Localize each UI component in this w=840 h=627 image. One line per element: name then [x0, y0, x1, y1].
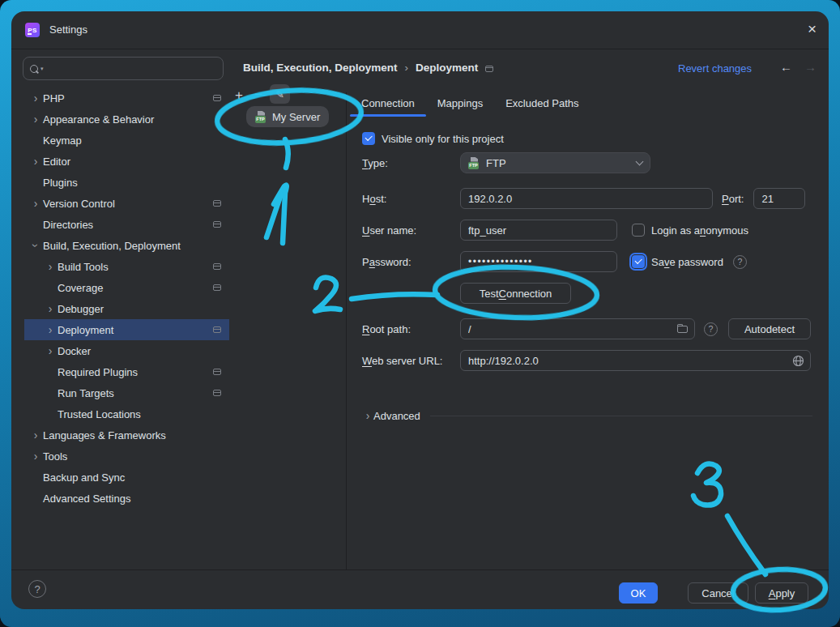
- cancel-button[interactable]: Cancel: [688, 582, 748, 604]
- chevron-right-icon[interactable]: ›: [28, 113, 43, 125]
- sidebar-item-label: Debugger: [58, 303, 104, 315]
- settings-dialog: PS Settings × ▾ ›PHP›Appearance & Behavi…: [11, 11, 829, 609]
- sidebar-item-label: Trusted Locations: [58, 408, 141, 420]
- sidebar-item-languages-frameworks[interactable]: ›Languages & Frameworks: [24, 424, 229, 446]
- sidebar-item-version-control[interactable]: ›Version Control: [24, 193, 229, 214]
- chevron-right-icon[interactable]: ›: [28, 429, 43, 441]
- sidebar-item-coverage[interactable]: ›Coverage: [24, 277, 229, 298]
- advanced-divider: [430, 416, 812, 416]
- sidebar-item-php[interactable]: ›PHP: [24, 87, 229, 109]
- server-list-item-my-server[interactable]: FTP My Server: [246, 106, 329, 127]
- sidebar-item-backup-and-sync[interactable]: ›Backup and Sync: [24, 467, 229, 488]
- port-input[interactable]: [753, 188, 805, 209]
- anonymous-label: Login as anonymous: [651, 224, 748, 237]
- chevron-right-icon[interactable]: ›: [28, 92, 43, 104]
- search-input[interactable]: [48, 62, 216, 75]
- tab-mappings[interactable]: Mappings: [426, 89, 494, 117]
- chevron-right-icon[interactable]: ›: [43, 345, 58, 356]
- pencil-icon: ✎: [275, 88, 284, 100]
- sidebar-item-label: Run Targets: [58, 387, 114, 399]
- back-arrow-icon[interactable]: ←: [780, 60, 792, 74]
- chevron-right-icon[interactable]: ›: [43, 324, 58, 335]
- sidebar-item-tools[interactable]: ›Tools: [24, 446, 229, 467]
- tab-connection[interactable]: Connection: [350, 89, 426, 117]
- sidebar-item-required-plugins[interactable]: ›Required Plugins: [24, 361, 229, 382]
- anonymous-checkbox[interactable]: [632, 224, 645, 237]
- apply-button[interactable]: Apply: [755, 582, 808, 604]
- host-input[interactable]: [460, 188, 713, 209]
- project-settings-marker-icon: [213, 284, 221, 291]
- desktop-background: PS Settings × ▾ ›PHP›Appearance & Behavi…: [0, 0, 840, 627]
- user-name-input[interactable]: [460, 220, 617, 241]
- sidebar-item-label: Editor: [43, 156, 70, 168]
- globe-icon[interactable]: [792, 355, 804, 369]
- chevron-right-icon: ›: [362, 410, 373, 421]
- save-password-help-icon[interactable]: ?: [733, 255, 747, 269]
- advanced-section-toggle[interactable]: › Advanced: [362, 405, 812, 426]
- sidebar-item-advanced-settings[interactable]: ›Advanced Settings: [24, 488, 229, 509]
- sidebar-item-editor[interactable]: ›Editor: [24, 151, 229, 172]
- port-label: Port:: [722, 193, 744, 205]
- password-input[interactable]: [460, 251, 617, 272]
- chevron-right-icon[interactable]: ›: [28, 156, 43, 167]
- sidebar-item-build-tools[interactable]: ›Build Tools: [24, 256, 229, 277]
- host-row: Host: Port:: [362, 188, 812, 209]
- chevron-down-icon: [636, 158, 644, 166]
- revert-changes-link[interactable]: Revert changes: [678, 62, 752, 75]
- type-dropdown[interactable]: FTP FTP: [460, 152, 650, 173]
- sidebar-item-label: Plugins: [43, 177, 78, 189]
- sidebar-item-deployment[interactable]: ›Deployment: [24, 319, 229, 340]
- breadcrumb-part-1[interactable]: Build, Execution, Deployment: [243, 62, 398, 74]
- root-path-help-icon[interactable]: ?: [704, 322, 718, 336]
- tab-excluded-paths[interactable]: Excluded Paths: [494, 89, 590, 117]
- save-password-checkbox[interactable]: [632, 255, 645, 268]
- chevron-right-icon[interactable]: ›: [28, 198, 43, 209]
- web-url-input[interactable]: [460, 350, 811, 371]
- sidebar-item-label: Languages & Frameworks: [43, 429, 166, 441]
- sidebar-item-label: Version Control: [43, 198, 115, 210]
- web-url-label: Web server URL:: [362, 355, 460, 367]
- sidebar-item-debugger[interactable]: ›Debugger: [24, 298, 229, 319]
- help-icon[interactable]: ?: [28, 580, 46, 598]
- server-name: My Server: [272, 111, 320, 123]
- advanced-label: Advanced: [373, 410, 420, 422]
- web-url-row: Web server URL:: [362, 350, 812, 371]
- sidebar-item-label: Keymap: [43, 134, 82, 147]
- breadcrumb-part-2[interactable]: Deployment: [416, 62, 478, 74]
- sidebar-item-directories[interactable]: ›Directories: [24, 214, 229, 235]
- settings-search-box[interactable]: ▾: [23, 57, 224, 80]
- sidebar-item-appearance-behavior[interactable]: ›Appearance & Behavior: [24, 109, 229, 130]
- sidebar-item-keymap[interactable]: ›Keymap: [24, 130, 229, 151]
- sidebar-item-plugins[interactable]: ›Plugins: [24, 172, 229, 193]
- type-value: FTP: [486, 157, 506, 169]
- deployment-tabs: Connection Mappings Excluded Paths: [350, 89, 591, 117]
- sidebar-item-label: Coverage: [58, 282, 103, 294]
- edit-server-button[interactable]: ✎: [270, 84, 290, 104]
- folder-browse-icon[interactable]: [677, 326, 688, 333]
- sidebar-item-run-targets[interactable]: ›Run Targets: [24, 382, 229, 403]
- project-settings-marker-icon: [213, 263, 221, 270]
- test-connection-button[interactable]: Test Connection: [460, 283, 571, 304]
- settings-tree: ›PHP›Appearance & Behavior›Keymap›Editor…: [24, 87, 229, 509]
- close-icon[interactable]: ×: [808, 19, 817, 40]
- host-label: Host:: [362, 193, 460, 205]
- visible-only-checkbox[interactable]: [362, 132, 375, 145]
- search-options-caret-icon[interactable]: ▾: [41, 66, 44, 72]
- root-path-input[interactable]: [460, 318, 695, 339]
- autodetect-button[interactable]: Autodetect: [728, 318, 811, 339]
- remove-server-button[interactable]: −: [254, 87, 262, 101]
- chevron-right-icon[interactable]: ›: [43, 261, 58, 272]
- ok-button[interactable]: OK: [619, 582, 658, 604]
- title-bar: PS Settings ×: [11, 11, 829, 49]
- sidebar-item-label: Build Tools: [58, 261, 109, 273]
- window-title: Settings: [49, 23, 87, 36]
- chevron-right-icon[interactable]: ›: [43, 303, 58, 314]
- sidebar-item-docker[interactable]: ›Docker: [24, 340, 229, 361]
- project-settings-marker-icon: [213, 390, 221, 396]
- chevron-right-icon[interactable]: ›: [28, 450, 43, 462]
- sidebar-item-build-execution-deployment[interactable]: ›Build, Execution, Deployment: [24, 235, 229, 256]
- add-server-button[interactable]: +: [235, 88, 243, 102]
- sidebar-item-trusted-locations[interactable]: ›Trusted Locations: [24, 403, 229, 424]
- sidebar-item-label: Tools: [43, 450, 67, 463]
- chevron-down-icon[interactable]: ›: [30, 238, 41, 253]
